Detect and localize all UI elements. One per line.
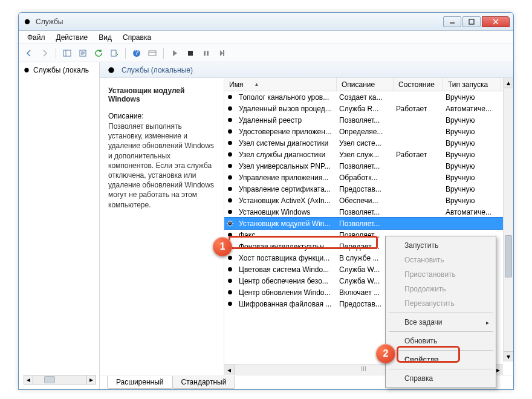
column-startup-type[interactable]: Тип запуска	[443, 78, 501, 91]
column-name[interactable]: Имя▲	[224, 78, 337, 91]
column-description[interactable]: Описание	[337, 78, 394, 91]
title-bar[interactable]: Службы	[19, 13, 513, 31]
service-row[interactable]: Узел универсальных PNP...Позволяет...Вру…	[224, 160, 513, 172]
cell-description: Создает ка...	[336, 93, 392, 102]
service-row[interactable]: Управление сертификата...Предостав...Вру…	[224, 183, 513, 195]
scroll-right-button[interactable]: ▸	[86, 375, 96, 384]
cell-description: Позволяет...	[336, 231, 392, 239]
svg-rect-11	[207, 51, 209, 56]
cell-startup-type: Вручную	[442, 196, 500, 205]
refresh-button[interactable]	[92, 47, 105, 60]
svg-rect-3	[63, 50, 71, 56]
ctx-properties[interactable]: Свойства	[388, 352, 494, 367]
scroll-down-button[interactable]: ▾	[504, 351, 513, 362]
cell-description: Позволяет...	[336, 116, 392, 125]
service-row[interactable]: Удостоверение приложен...Определяе...Вру…	[224, 126, 513, 137]
cell-startup-type: Автоматиче...	[442, 208, 500, 216]
ctx-separator	[389, 313, 493, 313]
callout-badge-2: 2	[376, 344, 395, 363]
cell-name: Факс	[235, 231, 336, 239]
service-row[interactable]: Узел службы диагностикиУзел служ...Работ…	[224, 149, 513, 160]
menu-help[interactable]: Справка	[118, 32, 156, 43]
cell-name: Узел службы диагностики	[235, 151, 336, 159]
service-row[interactable]: Установщик ActiveX (AxIn...Обеспечи...Вр…	[224, 195, 513, 206]
scroll-thumb[interactable]	[505, 235, 512, 277]
cell-name: Узел универсальных PNP...	[235, 162, 336, 170]
export-button[interactable]	[108, 47, 121, 60]
cell-name: Фоновая интеллектуальн...	[235, 242, 336, 251]
menu-file[interactable]: Файл	[22, 32, 50, 43]
gear-icon	[224, 277, 235, 285]
help-button[interactable]: ?	[130, 47, 143, 60]
service-row[interactable]: Установщик WindowsПозволяет...Автоматиче…	[224, 206, 513, 218]
tree-node-services[interactable]: Службы (локаль	[20, 65, 98, 76]
vertical-scrollbar[interactable]: ▴ ▾	[503, 78, 513, 362]
ctx-stop: Остановить	[388, 253, 494, 267]
column-state[interactable]: Состояние	[394, 78, 443, 91]
show-hide-tree-button[interactable]	[60, 47, 74, 60]
sort-indicator-icon: ▲	[254, 82, 259, 87]
detail-title: Установщик модулей Windows	[108, 86, 218, 103]
cell-startup-type: Вручную	[442, 139, 500, 148]
service-row[interactable]: Тополог канального уров...Создает ка...В…	[224, 91, 513, 103]
maximize-button[interactable]	[462, 16, 481, 27]
cell-startup-type: Вручную	[442, 128, 500, 136]
pause-service-button[interactable]	[199, 47, 213, 60]
tab-extended[interactable]: Расширенный	[107, 376, 173, 389]
cell-name: Удостоверение приложен...	[235, 128, 336, 136]
gear-icon	[224, 162, 235, 170]
toolbar-button[interactable]	[146, 47, 159, 60]
gear-icon	[224, 116, 235, 124]
ctx-pause: Приостановить	[388, 267, 494, 282]
cell-state: Работает	[392, 151, 442, 159]
ctx-start[interactable]: Запустить	[388, 238, 494, 253]
properties-toolbar-button[interactable]	[76, 47, 89, 60]
tab-standard[interactable]: Стандартный	[172, 376, 236, 389]
cell-name: Цветовая система Windo...	[235, 265, 336, 274]
cell-name: Центр обеспечения безо...	[235, 277, 336, 285]
restart-service-button[interactable]	[215, 47, 229, 60]
cell-name: Тополог канального уров...	[235, 93, 336, 102]
back-button[interactable]	[22, 47, 36, 60]
scroll-thumb[interactable]	[44, 376, 55, 383]
service-row[interactable]: Установщик модулей Win...Позволяет...	[224, 218, 513, 229]
forward-button[interactable]	[38, 47, 51, 60]
stop-service-button[interactable]	[184, 47, 197, 60]
scroll-left-button[interactable]: ◂	[24, 375, 33, 384]
cell-description: Включает ...	[336, 288, 392, 297]
minimize-button[interactable]	[443, 16, 461, 27]
cell-startup-type: Вручную	[442, 162, 500, 170]
ctx-refresh[interactable]: Обновить	[388, 334, 494, 348]
cell-description: В службе ...	[336, 254, 392, 262]
cell-name: Шифрованная файловая ...	[235, 300, 336, 308]
submenu-arrow-icon: ▸	[486, 319, 489, 326]
service-row[interactable]: Управление приложения...Обработк...Вручн…	[224, 172, 513, 183]
start-service-button[interactable]	[168, 47, 181, 60]
cell-startup-type: Вручную	[442, 116, 500, 125]
detail-description: Позволяет выполнять установку, изменение…	[108, 122, 218, 210]
close-button[interactable]	[482, 16, 510, 27]
service-row[interactable]: Узел системы диагностикиУзел систе...Вру…	[224, 137, 513, 149]
context-menu: Запустить Остановить Приостановить Продо…	[385, 236, 496, 388]
gear-icon	[224, 151, 235, 158]
menu-action[interactable]: Действие	[51, 32, 93, 43]
service-row[interactable]: Удаленный реестрПозволяет...Вручную	[224, 114, 513, 126]
tree-horizontal-scrollbar[interactable]: ◂ ▸	[24, 375, 96, 384]
scroll-track[interactable]	[33, 375, 86, 384]
service-row[interactable]: Удаленный вызов процед...Служба R...Рабо…	[224, 103, 513, 114]
cell-state: Работает	[392, 105, 442, 113]
list-title-bar: Службы (локальные)	[100, 62, 513, 78]
scroll-left-button[interactable]: ◂	[224, 365, 235, 375]
cell-description: Предостав...	[336, 300, 392, 308]
menu-view[interactable]: Вид	[94, 32, 117, 43]
cell-description: Служба W...	[336, 277, 392, 285]
cell-description: Определяе...	[336, 128, 392, 136]
toolbar: ?	[19, 44, 513, 62]
cell-startup-type: Вручную	[442, 174, 500, 182]
cell-description: Предостав...	[336, 185, 392, 193]
gear-icon	[224, 185, 235, 193]
ctx-help[interactable]: Справка	[388, 371, 494, 386]
scroll-up-button[interactable]: ▴	[504, 78, 513, 88]
gear-icon	[224, 174, 235, 181]
ctx-all-tasks[interactable]: Все задачи▸	[388, 315, 494, 329]
